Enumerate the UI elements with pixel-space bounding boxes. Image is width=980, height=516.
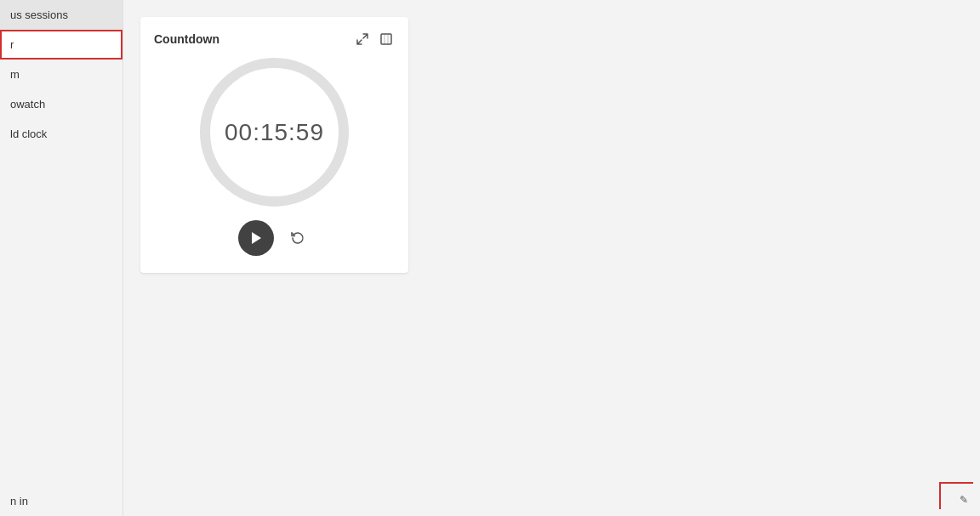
card-header: Countdown	[154, 31, 395, 48]
clock-ring: 00:15:59	[200, 58, 349, 207]
sidebar-item-alarm[interactable]: m	[0, 60, 122, 89]
clock-container: 00:15:59	[154, 58, 395, 207]
expand-icon	[356, 32, 369, 46]
play-icon	[250, 231, 262, 245]
card-icons	[354, 31, 395, 48]
expand-button[interactable]	[354, 31, 371, 48]
sidebar: us sessions r m owatch ld clock n in	[0, 0, 123, 516]
fullscreen-button[interactable]	[378, 31, 395, 48]
edit-icon[interactable]: ✎	[960, 494, 968, 506]
sidebar-item-stopwatch[interactable]: owatch	[0, 89, 122, 119]
play-button[interactable]	[238, 220, 274, 256]
controls	[154, 220, 395, 259]
clock-time: 00:15:59	[225, 119, 324, 146]
sidebar-item-timer[interactable]: r	[0, 30, 122, 60]
svg-rect-0	[381, 34, 391, 44]
main-content: Countdown 00:15:59	[123, 0, 980, 516]
card-title: Countdown	[154, 32, 219, 46]
countdown-card: Countdown 00:15:59	[140, 17, 408, 273]
fullscreen-icon	[379, 32, 393, 46]
sidebar-item-focus-sessions[interactable]: us sessions	[0, 0, 122, 30]
sidebar-item-world-clock[interactable]: ld clock	[0, 119, 122, 149]
bottom-right-badge: ✎	[939, 482, 973, 509]
reset-icon	[290, 230, 305, 246]
sidebar-item-sign-in[interactable]: n in	[0, 486, 122, 516]
reset-button[interactable]	[284, 224, 311, 252]
